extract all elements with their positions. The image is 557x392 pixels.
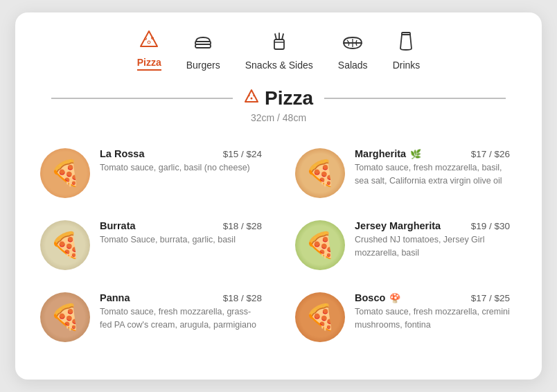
item-name-bosco: Bosco 🍄 — [355, 292, 400, 303]
menu-grid: 🍕 La Rossa $15 / $24 Tomato sauce, garli… — [40, 137, 517, 353]
menu-item-bosco: 🍕 Bosco 🍄 $17 / $25 Tomato sauce, fresh … — [278, 281, 517, 353]
item-info-burrata: Burrata $18 / $28 Tomato Sauce, burrata,… — [100, 220, 262, 247]
svg-point-15 — [248, 95, 249, 96]
pizza-image-panna: 🍕 — [40, 292, 90, 342]
pizza-image-margherita: 🍕 — [295, 148, 345, 198]
item-price-bosco: $17 / $25 — [471, 293, 510, 303]
svg-marker-0 — [141, 31, 157, 46]
menu-item-burrata: 🍕 Burrata $18 / $28 Tomato Sauce, burrat… — [40, 209, 278, 281]
section-header: Pizza — [40, 87, 517, 109]
item-desc-la-rossa: Tomato sauce, garlic, basil (no cheese) — [100, 161, 262, 175]
item-info-bosco: Bosco 🍄 $17 / $25 Tomato sauce, fresh mo… — [355, 292, 510, 332]
section-title-wrap: Pizza — [244, 87, 313, 109]
menu-item-margherita: 🍕 Margherita 🌿 $17 / $26 Tomato sauce, f… — [278, 137, 517, 209]
section-title: Pizza — [265, 87, 313, 109]
pizza-image-burrata: 🍕 — [40, 220, 90, 270]
nav-pizza[interactable]: Pizza — [137, 29, 161, 71]
nav-burgers-label: Burgers — [186, 60, 220, 71]
pizza-icon — [139, 29, 159, 53]
svg-marker-13 — [245, 90, 258, 102]
svg-line-9 — [275, 34, 276, 39]
item-price-burrata: $18 / $28 — [223, 221, 262, 231]
fries-icon — [269, 30, 289, 55]
item-name-burrata: Burrata — [100, 220, 136, 231]
item-price-jersey-margherita: $19 / $30 — [471, 221, 510, 231]
drink-icon — [398, 30, 414, 55]
svg-point-14 — [250, 98, 252, 100]
item-name-panna: Panna — [100, 292, 130, 303]
item-desc-margherita: Tomato sauce, fresh mozzarella, basil, s… — [355, 161, 510, 188]
category-nav: Pizza Burgers Sn — [40, 29, 517, 71]
item-price-panna: $18 / $28 — [223, 293, 262, 303]
svg-rect-7 — [274, 39, 284, 49]
menu-item-la-rossa: 🍕 La Rossa $15 / $24 Tomato sauce, garli… — [40, 137, 278, 209]
salad-icon — [342, 33, 364, 55]
svg-point-16 — [253, 95, 254, 96]
mushroom-badge: 🍄 — [389, 293, 400, 303]
section-subtitle: 32cm / 48cm — [40, 112, 517, 123]
svg-line-11 — [282, 34, 283, 39]
burger-icon — [193, 33, 213, 55]
nav-burgers[interactable]: Burgers — [186, 33, 220, 71]
section-pizza-icon — [244, 89, 259, 108]
item-info-jersey-margherita: Jersey Margherita $19 / $30 Crushed NJ t… — [355, 220, 510, 260]
pizza-image-la-rossa: 🍕 — [40, 148, 90, 198]
item-name-la-rossa: La Rossa — [100, 148, 144, 159]
vegan-badge: 🌿 — [410, 149, 421, 159]
menu-card: Pizza Burgers Sn — [15, 12, 542, 380]
nav-salads-label: Salads — [338, 60, 368, 71]
nav-pizza-label: Pizza — [137, 57, 161, 71]
nav-drinks-label: Drinks — [393, 60, 421, 71]
pizza-image-bosco: 🍕 — [295, 292, 345, 342]
nav-drinks[interactable]: Drinks — [393, 30, 421, 71]
nav-salads[interactable]: Salads — [338, 33, 368, 71]
item-desc-burrata: Tomato Sauce, burrata, garlic, basil — [100, 233, 262, 247]
nav-snacks-label: Snacks & Sides — [245, 60, 313, 71]
item-price-la-rossa: $15 / $24 — [223, 149, 262, 159]
pizza-image-jersey-margherita: 🍕 — [295, 220, 345, 270]
item-info-la-rossa: La Rossa $15 / $24 Tomato sauce, garlic,… — [100, 148, 262, 175]
menu-item-panna: 🍕 Panna $18 / $28 Tomato sauce, fresh mo… — [40, 281, 278, 353]
item-desc-bosco: Tomato sauce, fresh mozzarella, cremini … — [355, 305, 510, 332]
svg-point-1 — [148, 41, 150, 44]
item-price-margherita: $17 / $26 — [471, 149, 510, 159]
item-info-margherita: Margherita 🌿 $17 / $26 Tomato sauce, fre… — [355, 148, 510, 188]
item-name-jersey-margherita: Jersey Margherita — [355, 220, 441, 231]
item-info-panna: Panna $18 / $28 Tomato sauce, fresh mozz… — [100, 292, 262, 332]
item-name-margherita: Margherita 🌿 — [355, 148, 421, 159]
item-desc-panna: Tomato sauce, fresh mozzarella, grass-fe… — [100, 305, 262, 332]
item-desc-jersey-margherita: Crushed NJ tomatoes, Jersey Girl mozzare… — [355, 233, 510, 260]
nav-snacks[interactable]: Snacks & Sides — [245, 30, 313, 71]
svg-rect-6 — [195, 44, 211, 48]
menu-item-jersey-margherita: 🍕 Jersey Margherita $19 / $30 Crushed NJ… — [278, 209, 517, 281]
